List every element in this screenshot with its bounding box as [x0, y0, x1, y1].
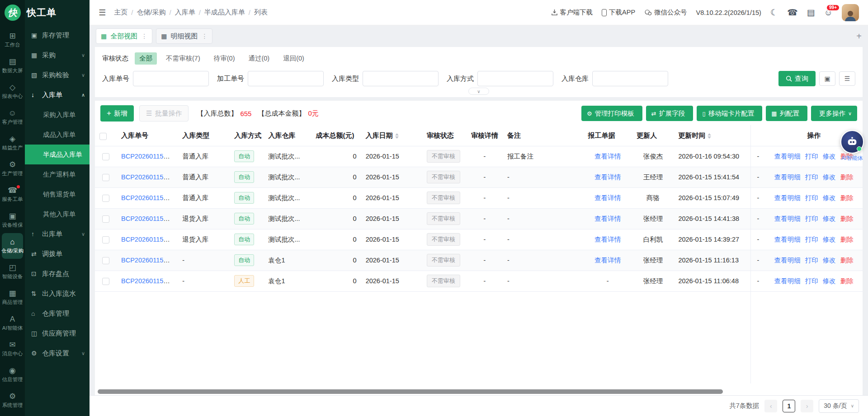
toolbar-action-button[interactable]: ▦ 列配置 — [766, 106, 807, 121]
edit-action[interactable]: 修改 — [823, 215, 836, 223]
rail-item[interactable]: ▦ 商品管理 — [2, 285, 23, 310]
print-action[interactable]: 打印 — [805, 215, 818, 223]
docs-icon[interactable]: ▤ — [807, 8, 815, 17]
column-header[interactable]: 备注 — [503, 126, 583, 146]
client-download-link[interactable]: 客户端下载 — [551, 8, 593, 17]
order-no-link[interactable]: BCP202601150001 — [121, 277, 178, 285]
rail-item[interactable]: ☎ 服务工单 — [2, 182, 23, 207]
app-download-link[interactable]: 下载APP — [602, 8, 635, 17]
prev-page-button[interactable]: ‹ — [764, 400, 777, 412]
report-detail-link[interactable]: 查看详情 — [594, 153, 621, 160]
wechat-link[interactable]: 微信公众号 — [644, 8, 687, 17]
row-checkbox[interactable] — [102, 153, 109, 160]
order-no-link[interactable]: BCP202601150003 — [121, 236, 178, 243]
menu-collapse-icon[interactable]: ☰ — [99, 8, 106, 18]
delete-action[interactable]: 删除 — [840, 256, 854, 265]
row-checkbox[interactable] — [102, 278, 109, 285]
sidebar-item[interactable]: ⌂ 仓库管理 — [25, 304, 90, 323]
column-header[interactable]: 入库日期 — [361, 126, 422, 146]
row-checkbox[interactable] — [102, 257, 109, 264]
column-header[interactable]: 入库类型 — [178, 126, 230, 146]
sidebar-item[interactable]: ▣ 库存管理 — [25, 25, 90, 45]
report-detail-link[interactable]: - — [607, 277, 609, 285]
order-no-link[interactable]: BCP202601150004 — [121, 215, 178, 222]
sidebar-item[interactable]: 成品入库单 — [25, 125, 90, 145]
tab-menu-icon[interactable]: ⋮ — [201, 33, 208, 40]
view-detail-action[interactable]: 查看明细 — [774, 256, 801, 265]
print-action[interactable]: 打印 — [805, 277, 818, 285]
column-header[interactable]: 入库仓库 — [264, 126, 311, 146]
column-header[interactable]: 入库单号 — [117, 126, 178, 146]
report-detail-link[interactable]: 查看详情 — [594, 257, 621, 264]
filter-input[interactable] — [477, 71, 553, 86]
breadcrumb-item[interactable]: 主页 — [114, 8, 127, 17]
filter-settings-button[interactable]: ☰ — [839, 71, 855, 86]
status-chip[interactable]: 全部 — [135, 52, 157, 65]
column-header[interactable]: 入库方式 — [230, 126, 264, 146]
delete-action[interactable]: 删除 — [840, 235, 854, 244]
column-header[interactable]: 审核状态 — [422, 126, 467, 146]
tab-menu-icon[interactable]: ⋮ — [141, 33, 147, 40]
batch-actions-button[interactable]: ☰ 批量操作 — [139, 105, 189, 122]
breadcrumb-item[interactable]: 列表 — [254, 8, 268, 17]
rail-item[interactable]: ⊞ 工作台 — [2, 27, 23, 53]
view-detail-action[interactable]: 查看明细 — [774, 235, 801, 244]
column-header[interactable] — [751, 126, 765, 146]
view-detail-action[interactable]: 查看明细 — [774, 173, 801, 182]
scrollbar-thumb[interactable] — [98, 389, 723, 394]
print-action[interactable]: 打印 — [805, 173, 818, 182]
status-chip[interactable]: 待审(0) — [209, 52, 240, 65]
rail-item[interactable]: ▤ 数据大屏 — [2, 53, 23, 79]
edit-action[interactable]: 修改 — [823, 194, 836, 202]
add-button[interactable]: + 新增 — [100, 105, 134, 122]
toolbar-action-button[interactable]: ▯ 移动端卡片配置 — [697, 106, 762, 121]
order-no-link[interactable]: BCP202601150009 — [121, 153, 178, 160]
filter-input[interactable] — [363, 71, 439, 86]
report-detail-link[interactable]: 查看详情 — [594, 236, 621, 243]
tab-all-view[interactable]: ▦ 全部视图 ⋮ — [96, 28, 152, 44]
sidebar-item[interactable]: ↓ 入库单 ∧ — [25, 85, 90, 105]
row-checkbox[interactable] — [102, 195, 109, 202]
report-detail-link[interactable]: 查看详情 — [594, 194, 621, 201]
column-header[interactable]: 更新人 — [632, 126, 674, 146]
status-chip[interactable]: 不需审核(7) — [161, 52, 205, 65]
toolbar-action-button[interactable]: 更多操作 ∨ — [811, 106, 857, 121]
rail-item[interactable]: ⚙ 生产管理 — [2, 156, 23, 182]
edit-action[interactable]: 修改 — [823, 152, 836, 161]
column-header[interactable]: 审核详情 — [467, 126, 503, 146]
collapse-filters-button[interactable]: ∨ — [468, 88, 489, 95]
tab-detail-view[interactable]: ▦ 明细视图 ⋮ — [156, 28, 212, 44]
sidebar-item[interactable]: 其他入库单 — [25, 204, 90, 224]
filter-input[interactable] — [248, 71, 324, 86]
theme-toggle-icon[interactable]: ☾ — [770, 8, 778, 17]
sidebar-item[interactable]: ◫ 供应商管理 — [25, 323, 90, 343]
sidebar-item[interactable]: ⚙ 仓库设置 ∨ — [25, 343, 90, 363]
search-button[interactable]: 查询 — [778, 71, 816, 86]
edit-action[interactable]: 修改 — [823, 256, 836, 265]
column-header[interactable]: 成本总额(元) — [311, 126, 361, 146]
sidebar-item[interactable]: ▧ 采购检验 ∨ — [25, 65, 90, 85]
delete-action[interactable]: 删除 — [840, 277, 854, 285]
edit-action[interactable]: 修改 — [823, 173, 836, 182]
sort-icon[interactable] — [395, 133, 399, 139]
ai-assistant-button[interactable]: AI智能体 — [837, 130, 867, 162]
view-detail-action[interactable]: 查看明细 — [774, 194, 801, 202]
sidebar-item[interactable]: ⇅ 出入库流水 — [25, 284, 90, 304]
select-all-checkbox[interactable] — [99, 133, 107, 140]
rail-item[interactable]: ☺ 客户管理 — [2, 104, 23, 130]
print-action[interactable]: 打印 — [805, 194, 818, 202]
sidebar-item[interactable]: 生产退料单 — [25, 164, 90, 184]
breadcrumb-item[interactable]: 仓储/采购 — [137, 8, 165, 17]
support-icon[interactable]: ☎ — [787, 8, 798, 17]
order-no-link[interactable]: BCP202601150002 — [121, 257, 178, 264]
status-chip[interactable]: 通过(0) — [244, 52, 274, 65]
print-action[interactable]: 打印 — [805, 235, 818, 244]
toolbar-action-button[interactable]: ⚙ 管理打印模板 — [581, 106, 642, 121]
rail-item[interactable]: A AI智能体 — [2, 310, 23, 336]
report-detail-link[interactable]: 查看详情 — [594, 173, 621, 181]
view-detail-action[interactable]: 查看明细 — [774, 152, 801, 161]
delete-action[interactable]: 删除 — [840, 215, 854, 223]
rail-item[interactable]: ✉ 消息中心 — [2, 336, 23, 362]
next-page-button[interactable]: › — [801, 400, 813, 412]
view-detail-action[interactable]: 查看明细 — [774, 215, 801, 223]
